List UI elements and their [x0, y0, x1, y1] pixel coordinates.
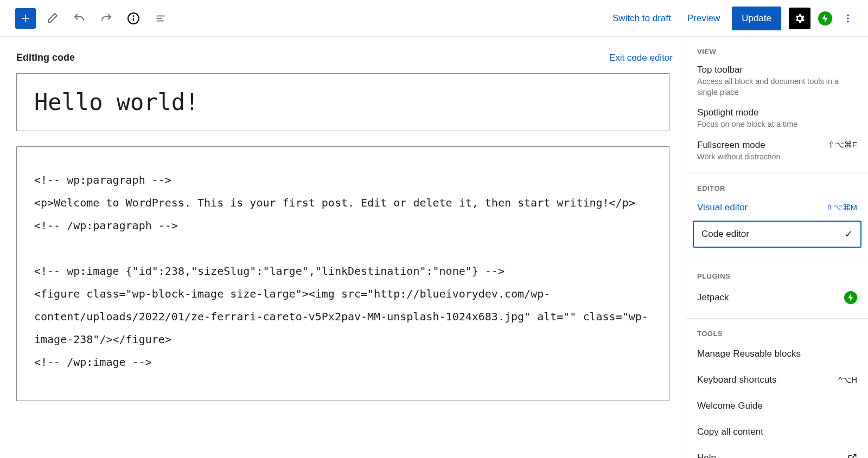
plugins-section-label: PLUGINS [686, 261, 868, 283]
update-button[interactable]: Update [732, 7, 781, 30]
jetpack-plugin-row[interactable]: Jetpack [686, 283, 868, 312]
jetpack-button[interactable] [818, 11, 832, 25]
external-link-icon [847, 453, 857, 458]
manage-reusable-blocks[interactable]: Manage Reusable blocks [686, 341, 868, 367]
post-content-code[interactable]: <!-- wp:paragraph --> <p>Welcome to Word… [16, 146, 669, 401]
visual-editor-option[interactable]: Visual editor ⇧⌥⌘M [686, 196, 868, 220]
editor-area: Editing code Exit code editor Hello worl… [0, 37, 686, 458]
settings-button[interactable] [789, 8, 810, 29]
view-section-label: VIEW [686, 37, 868, 59]
preview-link[interactable]: Preview [683, 13, 724, 24]
welcome-guide[interactable]: Welcome Guide [686, 393, 868, 419]
top-toolbar-option[interactable]: Top toolbar Access all block and documen… [686, 59, 868, 102]
help-link[interactable]: Help [686, 445, 868, 458]
options-menu-button[interactable] [840, 8, 856, 29]
outline-button[interactable] [150, 8, 171, 29]
code-editor-option[interactable]: Code editor ✓ [693, 221, 861, 248]
edit-icon[interactable] [41, 8, 63, 29]
visual-editor-shortcut: ⇧⌥⌘M [826, 203, 858, 212]
tools-section-label: TOOLS [686, 319, 868, 341]
spotlight-mode-option[interactable]: Spotlight mode Focus on one block at a t… [686, 102, 868, 134]
svg-point-9 [847, 17, 848, 19]
top-toolbar: Switch to draft Preview Update [0, 0, 868, 37]
svg-point-4 [133, 16, 134, 16]
svg-point-8 [847, 14, 848, 16]
jetpack-icon [844, 291, 857, 304]
svg-point-10 [847, 21, 848, 22]
editor-mode-heading: Editing code [16, 52, 75, 63]
svg-line-11 [852, 455, 856, 459]
keyboard-shortcuts[interactable]: Keyboard shortcuts ^⌥H [686, 367, 868, 393]
keyboard-shortcuts-key: ^⌥H [838, 375, 857, 385]
copy-all-content[interactable]: Copy all content [686, 419, 868, 445]
editor-section-label: EDITOR [686, 173, 868, 196]
exit-code-editor-link[interactable]: Exit code editor [609, 53, 673, 63]
options-sidebar: VIEW Top toolbar Access all block and do… [686, 37, 868, 458]
fullscreen-shortcut: ⇧⌥⌘F [828, 140, 857, 150]
info-button[interactable] [123, 8, 144, 29]
redo-button[interactable] [95, 8, 117, 29]
add-block-button[interactable] [15, 8, 36, 29]
check-icon: ✓ [845, 228, 853, 240]
switch-to-draft-link[interactable]: Switch to draft [608, 13, 675, 24]
post-title-input[interactable]: Hello world! [16, 73, 669, 131]
fullscreen-mode-option[interactable]: Fullscreen mode Work without distraction… [686, 134, 868, 167]
undo-button[interactable] [68, 8, 90, 29]
